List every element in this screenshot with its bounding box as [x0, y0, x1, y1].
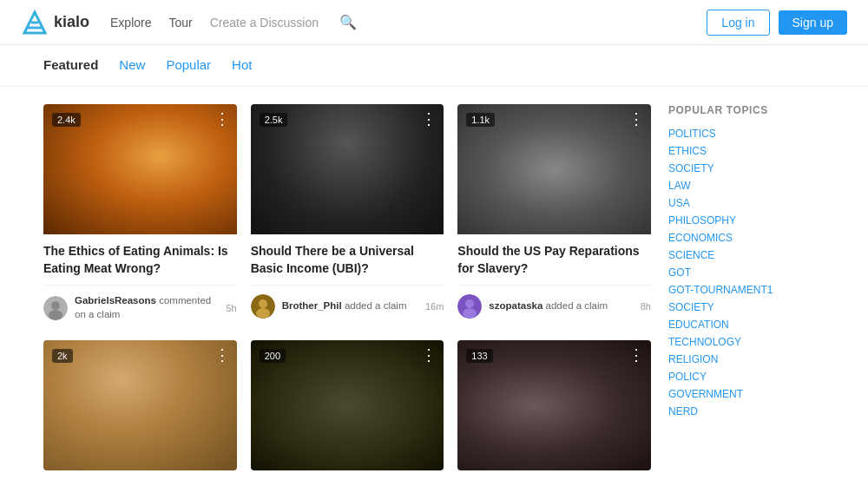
cards-area: 2.4k ⋮ The Ethics of Eating Animals: Is … — [43, 104, 651, 470]
card-3-time: 8h — [641, 301, 651, 312]
card-6-count: 133 — [466, 349, 492, 363]
svg-point-4 — [51, 301, 60, 310]
card-2-activity: Brother_Phil added a claim — [282, 299, 418, 313]
sidebar-title: Popular Topics — [668, 104, 825, 116]
card-1-image: 2.4k ⋮ — [43, 104, 237, 234]
svg-point-11 — [463, 308, 477, 319]
tab-new[interactable]: New — [119, 57, 145, 74]
card-3-title: Should the US Pay Reparations for Slaver… — [457, 243, 651, 278]
topic-link-0[interactable]: POLITICS — [668, 125, 825, 142]
topic-link-8[interactable]: GOT — [668, 264, 825, 281]
card-3-avatar-img — [457, 294, 482, 319]
card-2[interactable]: 2.5k ⋮ Should There be a Universal Basic… — [251, 104, 444, 326]
card-6-image: 133 ⋮ — [457, 340, 651, 470]
card-3-footer: szopataska added a claim 8h — [457, 285, 651, 319]
login-button[interactable]: Log in — [707, 10, 769, 36]
nav-create-discussion[interactable]: Create a Discussion — [210, 16, 319, 30]
nav-tour[interactable]: Tour — [169, 16, 193, 30]
svg-point-8 — [256, 308, 270, 319]
card-3-image: 1.1k ⋮ — [457, 104, 651, 234]
topic-link-10[interactable]: SOCIETY — [668, 299, 825, 316]
card-1[interactable]: 2.4k ⋮ The Ethics of Eating Animals: Is … — [43, 104, 237, 326]
header: kialo Explore Tour Create a Discussion 🔍… — [0, 0, 868, 45]
cards-grid: 2.4k ⋮ The Ethics of Eating Animals: Is … — [43, 104, 651, 470]
card-3-avatar — [457, 294, 482, 319]
card-2-body: Should There be a Universal Basic Income… — [251, 234, 444, 324]
search-icon[interactable]: 🔍 — [339, 14, 357, 30]
svg-point-10 — [465, 299, 474, 308]
topic-link-2[interactable]: SOCIETY — [668, 160, 825, 177]
topic-link-5[interactable]: PHILOSOPHY — [668, 212, 825, 229]
topic-link-13[interactable]: RELIGION — [668, 351, 825, 368]
card-5-image: 200 ⋮ — [251, 340, 444, 470]
card-3-activity: szopataska added a claim — [489, 299, 633, 313]
card-3[interactable]: 1.1k ⋮ Should the US Pay Reparations for… — [457, 104, 651, 326]
topic-link-16[interactable]: NERD — [668, 403, 825, 420]
topic-link-1[interactable]: ETHICS — [668, 142, 825, 160]
card-1-menu[interactable]: ⋮ — [214, 111, 230, 127]
tabs-bar: Featured New Popular Hot — [0, 45, 868, 87]
card-2-time: 16m — [425, 301, 444, 312]
tab-featured[interactable]: Featured — [43, 57, 98, 74]
card-4-image: 2k ⋮ — [43, 340, 237, 470]
card-1-footer: GabrielsReasons commented on a claim 5h — [43, 285, 237, 321]
topic-link-3[interactable]: LAW — [668, 177, 825, 194]
topic-link-15[interactable]: GOVERNMENT — [668, 385, 825, 403]
topic-link-4[interactable]: USA — [668, 194, 825, 212]
card-1-avatar — [43, 296, 68, 320]
topic-link-14[interactable]: POLICY — [668, 368, 825, 385]
card-5-menu[interactable]: ⋮ — [421, 347, 437, 363]
card-2-footer: Brother_Phil added a claim 16m — [251, 285, 444, 319]
auth-buttons: Log in Sign up — [707, 10, 847, 36]
card-3-count: 1.1k — [466, 113, 495, 127]
topic-link-7[interactable]: SCIENCE — [668, 246, 825, 264]
card-4[interactable]: 2k ⋮ — [43, 340, 237, 470]
nav: Explore Tour Create a Discussion 🔍 — [110, 14, 707, 30]
card-2-count: 2.5k — [260, 113, 288, 127]
svg-point-5 — [49, 310, 62, 320]
card-4-menu[interactable]: ⋮ — [214, 347, 230, 363]
card-2-menu[interactable]: ⋮ — [421, 111, 437, 127]
logo-icon — [21, 9, 49, 36]
card-3-body: Should the US Pay Reparations for Slaver… — [457, 234, 651, 324]
card-6-menu[interactable]: ⋮ — [628, 347, 644, 363]
topic-link-12[interactable]: TECHNOLOGY — [668, 333, 825, 351]
nav-explore[interactable]: Explore — [110, 16, 151, 30]
topic-link-9[interactable]: GOT-TOURNAMENT1 — [668, 281, 825, 299]
card-1-time: 5h — [226, 303, 236, 313]
card-3-menu[interactable]: ⋮ — [628, 111, 644, 127]
signup-button[interactable]: Sign up — [779, 10, 847, 35]
card-1-title: The Ethics of Eating Animals: Is Eating … — [43, 243, 237, 278]
svg-point-7 — [259, 299, 267, 308]
card-1-activity: GabrielsReasons commented on a claim — [75, 294, 219, 321]
logo-text: kialo — [54, 13, 89, 31]
card-1-count: 2.4k — [52, 113, 81, 127]
topics-list: POLITICSETHICSSOCIETYLAWUSAPHILOSOPHYECO… — [668, 125, 825, 420]
logo[interactable]: kialo — [21, 9, 89, 36]
tab-hot[interactable]: Hot — [232, 57, 252, 74]
card-6[interactable]: 133 ⋮ — [457, 340, 651, 470]
card-4-count: 2k — [52, 349, 73, 363]
card-5[interactable]: 200 ⋮ — [251, 340, 444, 470]
sidebar: Popular Topics POLITICSETHICSSOCIETYLAWU… — [668, 104, 825, 470]
topic-link-11[interactable]: EDUCATION — [668, 316, 825, 333]
card-5-count: 200 — [260, 349, 286, 363]
card-2-image: 2.5k ⋮ — [251, 104, 444, 234]
card-1-body: The Ethics of Eating Animals: Is Eating … — [43, 234, 237, 326]
card-2-avatar-img — [251, 294, 275, 319]
card-2-title: Should There be a Universal Basic Income… — [251, 243, 444, 278]
topic-link-6[interactable]: ECONOMICS — [668, 229, 825, 246]
card-1-avatar-img — [43, 296, 68, 320]
main-content: 2.4k ⋮ The Ethics of Eating Animals: Is … — [0, 87, 868, 488]
tab-popular[interactable]: Popular — [166, 57, 211, 74]
card-2-avatar — [251, 294, 275, 319]
